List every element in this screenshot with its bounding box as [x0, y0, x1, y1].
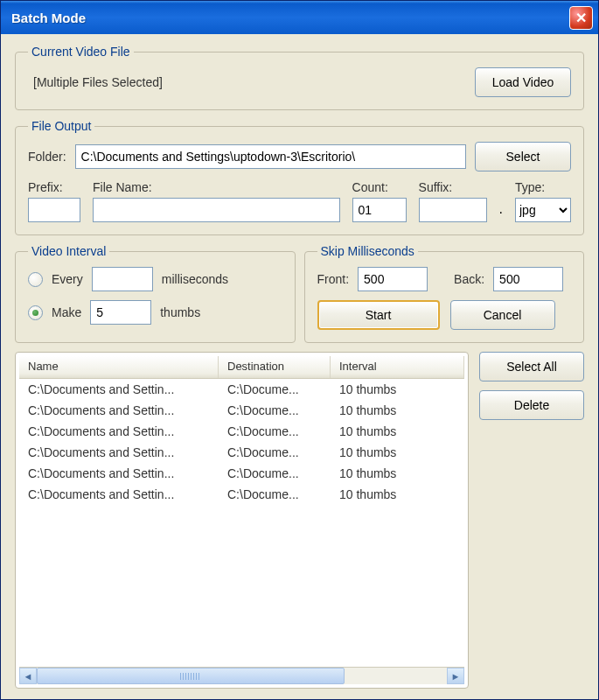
suffix-label: Suffix: — [419, 180, 487, 194]
cancel-button[interactable]: Cancel — [450, 300, 555, 330]
type-label: Type: — [515, 180, 571, 194]
scroll-right-arrow[interactable]: ► — [447, 668, 464, 684]
current-video-group: Current Video File [Multiple Files Selec… — [15, 45, 584, 110]
make-label: Make — [52, 305, 81, 319]
skip-ms-legend: Skip Milliseconds — [317, 244, 418, 258]
listview-body: C:\Documents and Settin...C:\Docume...10… — [19, 379, 464, 667]
make-unit: thumbs — [160, 305, 200, 319]
select-all-button[interactable]: Select All — [479, 352, 584, 382]
close-icon: ✕ — [575, 10, 587, 26]
make-radio[interactable] — [28, 305, 43, 320]
suffix-input[interactable] — [419, 198, 487, 222]
column-interval[interactable]: Interval — [331, 356, 464, 378]
listview-header: Name Destination Interval — [19, 356, 464, 379]
window-title: Batch Mode — [11, 10, 569, 25]
count-input[interactable] — [352, 198, 407, 222]
current-video-status: [Multiple Files Selected] — [28, 75, 163, 89]
close-button[interactable]: ✕ — [569, 6, 593, 30]
current-video-legend: Current Video File — [28, 45, 134, 59]
cell-destination: C:\Docume... — [219, 466, 331, 480]
column-name[interactable]: Name — [19, 356, 219, 378]
cell-destination: C:\Docume... — [219, 403, 331, 417]
every-input[interactable] — [92, 267, 153, 291]
scroll-left-arrow[interactable]: ◄ — [19, 668, 37, 684]
cell-name: C:\Documents and Settin... — [19, 382, 219, 396]
delete-button[interactable]: Delete — [479, 390, 584, 420]
cell-destination: C:\Docume... — [219, 382, 331, 396]
listview-container: Name Destination Interval C:\Documents a… — [15, 352, 469, 689]
file-output-legend: File Output — [28, 119, 94, 133]
cell-name: C:\Documents and Settin... — [19, 445, 219, 459]
table-row[interactable]: C:\Documents and Settin...C:\Docume...10… — [19, 421, 464, 442]
cell-name: C:\Documents and Settin... — [19, 466, 219, 480]
cell-interval: 10 thumbs — [331, 424, 464, 438]
scroll-track[interactable] — [37, 668, 447, 684]
select-folder-button[interactable]: Select — [475, 142, 571, 172]
dot-separator: . — [499, 201, 503, 222]
prefix-label: Prefix: — [28, 180, 80, 194]
cell-name: C:\Documents and Settin... — [19, 424, 219, 438]
cell-destination: C:\Docume... — [219, 487, 331, 501]
cell-interval: 10 thumbs — [331, 466, 464, 480]
make-input[interactable] — [90, 300, 151, 325]
folder-input[interactable] — [75, 144, 466, 169]
cell-interval: 10 thumbs — [331, 445, 464, 459]
front-label: Front: — [317, 272, 350, 286]
cell-interval: 10 thumbs — [331, 382, 464, 396]
cell-name: C:\Documents and Settin... — [19, 403, 219, 417]
video-interval-group: Video Interval Every milliseconds Make t… — [15, 244, 296, 343]
start-button[interactable]: Start — [317, 300, 440, 330]
cell-interval: 10 thumbs — [331, 403, 464, 417]
titlebar: Batch Mode ✕ — [1, 1, 598, 34]
folder-label: Folder: — [28, 150, 66, 164]
filename-label: File Name: — [93, 180, 340, 194]
count-label: Count: — [352, 180, 407, 194]
cell-interval: 10 thumbs — [331, 487, 464, 501]
prefix-input[interactable] — [28, 198, 80, 222]
horizontal-scrollbar[interactable]: ◄ ► — [19, 667, 464, 684]
table-row[interactable]: C:\Documents and Settin...C:\Docume...10… — [19, 463, 464, 484]
file-listview[interactable]: Name Destination Interval C:\Documents a… — [19, 356, 464, 667]
front-input[interactable] — [358, 267, 428, 291]
table-row[interactable]: C:\Documents and Settin...C:\Docume...10… — [19, 484, 464, 505]
load-video-button[interactable]: Load Video — [475, 67, 571, 97]
table-row[interactable]: C:\Documents and Settin...C:\Docume...10… — [19, 442, 464, 463]
table-row[interactable]: C:\Documents and Settin...C:\Docume...10… — [19, 379, 464, 400]
cell-name: C:\Documents and Settin... — [19, 487, 219, 501]
file-output-group: File Output Folder: Select Prefix: File … — [15, 119, 584, 235]
every-label: Every — [52, 272, 83, 286]
cell-destination: C:\Docume... — [219, 445, 331, 459]
cell-destination: C:\Docume... — [219, 424, 331, 438]
column-destination[interactable]: Destination — [219, 356, 331, 378]
table-row[interactable]: C:\Documents and Settin...C:\Docume...10… — [19, 400, 464, 421]
content-area: Current Video File [Multiple Files Selec… — [1, 34, 598, 699]
filename-input[interactable] — [93, 198, 340, 222]
back-label: Back: — [454, 272, 484, 286]
back-input[interactable] — [493, 267, 563, 291]
every-unit: milliseconds — [162, 272, 228, 286]
every-radio[interactable] — [28, 272, 43, 287]
scroll-thumb[interactable] — [37, 668, 345, 684]
skip-ms-group: Skip Milliseconds Front: Back: Start Can… — [304, 244, 585, 343]
window: Batch Mode ✕ Current Video File [Multipl… — [0, 0, 599, 700]
type-select[interactable]: jpg — [515, 198, 571, 222]
video-interval-legend: Video Interval — [28, 244, 109, 258]
